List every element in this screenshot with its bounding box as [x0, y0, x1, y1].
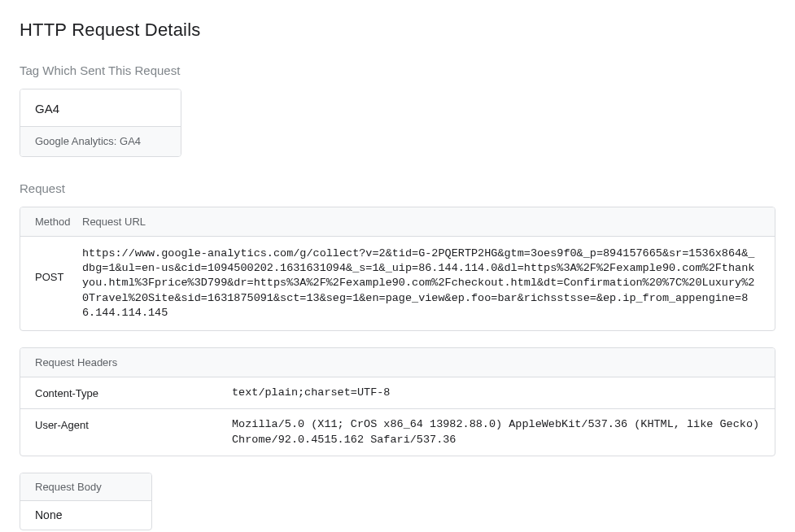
- header-value: text/plain;charset=UTF-8: [232, 386, 760, 400]
- request-table: Method Request URL POST https://www.goog…: [20, 207, 775, 331]
- request-headers-label: Request Headers: [35, 356, 760, 368]
- request-table-row: POST https://www.google-analytics.com/g/…: [20, 237, 775, 330]
- header-row: Content-Type text/plain;charset=UTF-8: [20, 377, 775, 409]
- tag-section-label: Tag Which Sent This Request: [20, 63, 775, 77]
- request-section-label: Request: [20, 181, 775, 195]
- tag-card[interactable]: GA4 Google Analytics: GA4: [20, 89, 181, 157]
- header-name: User-Agent: [35, 417, 232, 431]
- page-title: HTTP Request Details: [20, 20, 775, 41]
- request-body-value: None: [20, 501, 151, 530]
- request-headers-table: Request Headers Content-Type text/plain;…: [20, 347, 775, 456]
- request-body-card: Request Body None: [20, 473, 152, 530]
- header-name: Content-Type: [35, 386, 232, 399]
- header-row: User-Agent Mozilla/5.0 (X11; CrOS x86_64…: [20, 409, 775, 455]
- tag-card-subtitle: Google Analytics: GA4: [20, 126, 181, 156]
- tag-card-title: GA4: [20, 89, 181, 126]
- request-body-header: Request Body: [20, 473, 151, 501]
- request-table-header: Method Request URL: [20, 207, 775, 237]
- method-header: Method: [35, 216, 82, 228]
- url-header: Request URL: [82, 216, 760, 228]
- request-body-label: Request Body: [35, 481, 137, 493]
- method-value: POST: [35, 246, 82, 283]
- request-headers-header: Request Headers: [20, 348, 775, 377]
- url-value: https://www.google-analytics.com/g/colle…: [82, 246, 760, 321]
- header-value: Mozilla/5.0 (X11; CrOS x86_64 13982.88.0…: [232, 417, 760, 447]
